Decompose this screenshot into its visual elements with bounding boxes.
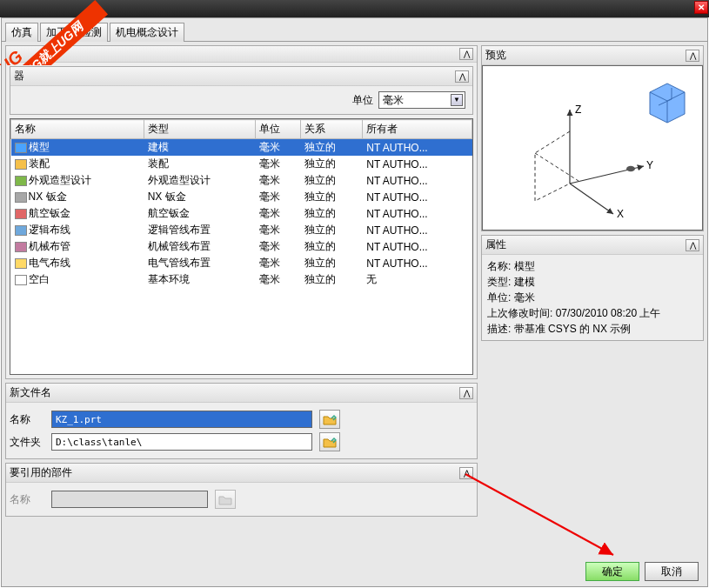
close-icon[interactable]: ✕	[694, 1, 708, 14]
property-line: 上次修改时间: 07/30/2010 08:20 上午	[487, 305, 698, 321]
table-row[interactable]: 机械布管机械管线布置毫米独立的NT AUTHO...	[11, 238, 472, 255]
file-icon	[15, 275, 27, 285]
dialog: 仿真 加工 检测 机电概念设计 ⋀ 器 ⋀	[1, 17, 708, 587]
property-line: 名称: 模型	[487, 258, 698, 274]
folder-input[interactable]	[51, 433, 312, 451]
panel-newfile: 新文件名 ⋀ 名称 文件夹	[5, 383, 478, 459]
folder-icon	[218, 493, 232, 505]
property-line: 描述: 带基准 CSYS 的 NX 示例	[487, 321, 698, 337]
property-line: 类型: 建模	[487, 274, 698, 290]
collapse-icon[interactable]: ⋀	[459, 467, 473, 479]
file-icon	[15, 192, 27, 203]
unit-value: 毫米	[383, 93, 404, 108]
tab-inspection[interactable]: 检测	[75, 23, 108, 42]
panel-templates: ⋀ 器 ⋀ 单位 毫米 ▼	[5, 45, 478, 379]
refpart-input	[51, 491, 208, 508]
file-icon	[15, 209, 27, 219]
file-icon	[15, 176, 27, 186]
folder-icon	[323, 413, 337, 425]
column-header[interactable]: 所有者	[363, 120, 472, 139]
template-table[interactable]: 名称类型单位关系所有者 模型建模毫米独立的NT AUTHO...装配装配毫米独立…	[10, 118, 473, 375]
ok-button[interactable]: 确定	[585, 562, 639, 581]
svg-text:Y: Y	[646, 159, 653, 171]
table-row[interactable]: NX 钣金NX 钣金毫米独立的NT AUTHO...	[11, 189, 472, 205]
panel-preview-title: 预览	[485, 48, 506, 63]
file-icon	[15, 242, 27, 252]
collapse-icon[interactable]: ⋀	[455, 70, 469, 83]
tab-simulation[interactable]: 仿真	[5, 23, 38, 42]
table-row[interactable]: 模型建模毫米独立的NT AUTHO...	[11, 139, 472, 157]
file-icon	[15, 143, 27, 153]
table-row[interactable]: 装配装配毫米独立的NT AUTHO...	[11, 156, 472, 172]
panel-preview: 预览 ⋀ Z Y X	[481, 45, 704, 231]
file-icon	[15, 258, 27, 269]
collapse-icon[interactable]: ⋀	[686, 239, 699, 251]
panel-properties-title: 属性	[485, 237, 506, 252]
tab-mechatronics[interactable]: 机电概念设计	[110, 23, 184, 42]
cancel-button[interactable]: 取消	[645, 562, 699, 581]
dialog-footer: 确定 取消	[2, 557, 707, 586]
panel-refpart: 要引用的部件 ⋀ 名称	[5, 463, 478, 517]
panel-newfile-title: 新文件名	[10, 385, 51, 400]
property-line: 单位: 毫米	[487, 290, 698, 305]
folder-label: 文件夹	[10, 435, 44, 450]
filename-input[interactable]	[51, 411, 312, 428]
refpart-browse-button	[215, 490, 236, 509]
tab-bar: 仿真 加工 检测 机电概念设计	[2, 18, 707, 42]
browse-file-button[interactable]	[319, 410, 340, 429]
column-header[interactable]: 关系	[301, 120, 363, 139]
table-row[interactable]: 外观造型设计外观造型设计毫米独立的NT AUTHO...	[11, 172, 472, 189]
column-header[interactable]: 名称	[11, 120, 144, 139]
browse-folder-button[interactable]	[319, 432, 340, 451]
folder-icon	[323, 436, 337, 448]
table-row[interactable]: 逻辑布线逻辑管线布置毫米独立的NT AUTHO...	[11, 222, 472, 238]
filter-section-title: 器	[14, 69, 24, 84]
panel-refpart-title: 要引用的部件	[10, 465, 72, 480]
column-header[interactable]: 类型	[144, 120, 255, 139]
unit-dropdown[interactable]: 毫米 ▼	[378, 91, 465, 109]
refpart-name-label: 名称	[10, 492, 44, 507]
name-label: 名称	[10, 412, 44, 427]
unit-label: 单位	[352, 93, 373, 108]
chevron-down-icon: ▼	[451, 94, 463, 106]
titlebar: ✕	[0, 0, 709, 17]
collapse-icon[interactable]: ⋀	[686, 50, 699, 62]
file-icon	[15, 225, 27, 236]
collapse-icon[interactable]: ⋀	[459, 387, 473, 399]
column-header[interactable]: 单位	[255, 120, 300, 139]
svg-text:Z: Z	[575, 104, 581, 116]
svg-point-6	[626, 166, 635, 172]
panel-properties: 属性 ⋀ 名称: 模型类型: 建模单位: 毫米上次修改时间: 07/30/201…	[481, 235, 704, 341]
properties-content: 名称: 模型类型: 建模单位: 毫米上次修改时间: 07/30/2010 08:…	[482, 255, 703, 340]
table-row[interactable]: 电气布线电气管线布置毫米独立的NT AUTHO...	[11, 255, 472, 271]
table-row[interactable]: 空白基本环境毫米独立的无	[11, 271, 472, 288]
svg-line-4	[570, 184, 613, 214]
collapse-icon[interactable]: ⋀	[459, 48, 473, 60]
table-row[interactable]: 航空钣金航空钣金毫米独立的NT AUTHO...	[11, 205, 472, 222]
preview-viewport: Z Y X	[482, 65, 703, 231]
tab-manufacturing[interactable]: 加工	[40, 23, 73, 42]
svg-text:X: X	[617, 208, 624, 220]
axes-icon: Z Y X	[518, 101, 666, 223]
file-icon	[15, 159, 27, 170]
